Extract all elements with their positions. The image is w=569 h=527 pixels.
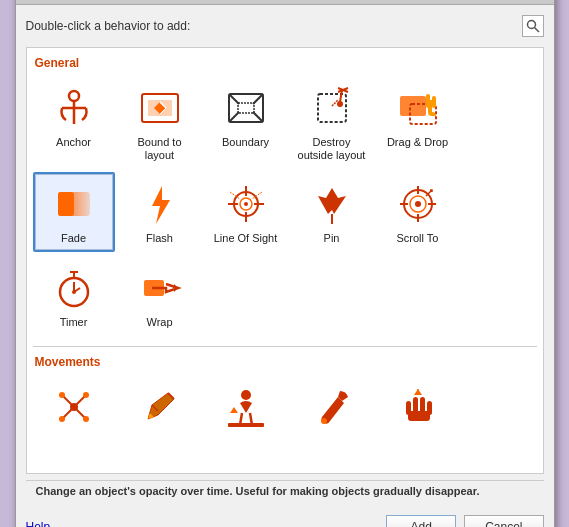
behavior-item-line-of-sight[interactable]: Line Of Sight — [205, 172, 287, 252]
svg-point-18 — [337, 101, 343, 107]
behavior-item-destroy-outside-layout[interactable]: Destroy outside layout — [291, 76, 373, 168]
search-label: Double-click a behavior to add: — [26, 19, 191, 33]
behavior-item-fade[interactable]: Fade — [33, 172, 115, 252]
svg-point-58 — [83, 392, 89, 398]
scroll-container[interactable]: General Anchor — [27, 48, 543, 473]
help-link[interactable]: Help — [26, 520, 51, 527]
bound-to-layout-label: Bound to layout — [125, 136, 195, 162]
boundary-label: Boundary — [222, 136, 269, 149]
anchor-icon-area — [50, 84, 98, 132]
movements-4-icon-area — [308, 383, 356, 431]
svg-rect-13 — [238, 103, 254, 113]
fade-label: Fade — [61, 232, 86, 245]
svg-point-49 — [72, 290, 76, 294]
hand-icon — [396, 385, 440, 429]
bound-to-layout-icon-area — [136, 84, 184, 132]
section-movements-label: Movements — [33, 355, 537, 369]
wrap-icon — [138, 266, 182, 310]
svg-rect-23 — [432, 96, 436, 108]
behavior-item-movements-1[interactable] — [33, 375, 115, 455]
movements-1-icon-area — [50, 383, 98, 431]
wrap-icon-area — [136, 264, 184, 312]
section-general-label: General — [33, 56, 537, 70]
svg-rect-63 — [228, 423, 264, 427]
behavior-item-flash[interactable]: Flash — [119, 172, 201, 252]
behavior-item-movements-2[interactable] — [119, 375, 201, 455]
dialog-body: Double-click a behavior to add: General — [16, 5, 554, 507]
svg-rect-20 — [400, 96, 426, 116]
footer-buttons: Add Cancel — [386, 515, 543, 527]
line-of-sight-label: Line Of Sight — [214, 232, 278, 245]
behavior-item-boundary[interactable]: Boundary — [205, 76, 287, 168]
add-button[interactable]: Add — [386, 515, 456, 527]
drag-drop-label: Drag & Drop — [387, 136, 448, 149]
svg-point-57 — [59, 392, 65, 398]
svg-line-1 — [534, 27, 539, 32]
cancel-button[interactable]: Cancel — [464, 515, 543, 527]
drag-drop-icon-area — [394, 84, 442, 132]
movements-items-grid — [33, 375, 537, 455]
scroll-to-icon-area — [394, 180, 442, 228]
behavior-item-timer[interactable]: Timer — [33, 256, 115, 336]
destroy-outside-layout-icon — [310, 86, 354, 130]
search-button[interactable] — [522, 15, 544, 37]
movements-5-icon-area — [394, 383, 442, 431]
scroll-to-label: Scroll To — [397, 232, 439, 245]
pin-label: Pin — [324, 232, 340, 245]
destroy-outside-layout-icon-area — [308, 84, 356, 132]
content-area: General Anchor — [26, 47, 544, 474]
timer-icon — [52, 266, 96, 310]
behavior-item-movements-5[interactable] — [377, 375, 459, 455]
destroy-outside-layout-label: Destroy outside layout — [297, 136, 367, 162]
behavior-item-movements-4[interactable] — [291, 375, 373, 455]
search-icon — [526, 19, 540, 33]
behavior-item-drag-drop[interactable]: Drag & Drop — [377, 76, 459, 168]
svg-marker-26 — [152, 186, 170, 224]
behavior-item-bound-to-layout[interactable]: Bound to layout — [119, 76, 201, 168]
svg-rect-14 — [318, 94, 346, 122]
drag-drop-icon — [396, 86, 440, 130]
pin-icon — [310, 182, 354, 226]
scatter-icon — [52, 385, 96, 429]
status-bar: Change an object's opacity over time. Us… — [26, 480, 544, 501]
anchor-label: Anchor — [56, 136, 91, 149]
svg-point-59 — [59, 416, 65, 422]
add-behavior-dialog: Add behavior Double-click a behavior to … — [15, 0, 555, 527]
svg-point-0 — [527, 20, 535, 28]
svg-point-33 — [244, 202, 248, 206]
svg-marker-51 — [174, 284, 178, 292]
svg-point-2 — [69, 91, 79, 101]
behavior-item-wrap[interactable]: Wrap — [119, 256, 201, 336]
timer-icon-area — [50, 264, 98, 312]
behavior-item-pin[interactable]: Pin — [291, 172, 373, 252]
flash-label: Flash — [146, 232, 173, 245]
flash-icon — [138, 182, 182, 226]
platform-icon — [224, 385, 268, 429]
general-items-grid: Anchor Bound — [33, 76, 537, 336]
wrap-label: Wrap — [146, 316, 172, 329]
svg-rect-22 — [426, 94, 430, 108]
wrench-icon — [310, 385, 354, 429]
anchor-icon — [52, 86, 96, 130]
behavior-item-scroll-to[interactable]: Scroll To — [377, 172, 459, 252]
svg-point-60 — [83, 416, 89, 422]
fade-icon — [52, 182, 96, 226]
pin-icon-area — [308, 180, 356, 228]
behavior-item-movements-3[interactable] — [205, 375, 287, 455]
svg-rect-69 — [408, 411, 430, 421]
flash-icon-area — [136, 180, 184, 228]
svg-line-11 — [229, 112, 239, 122]
scroll-to-icon — [396, 182, 440, 226]
svg-rect-25 — [58, 192, 74, 216]
boundary-icon — [224, 86, 268, 130]
section-divider — [33, 346, 537, 347]
svg-point-39 — [415, 201, 421, 207]
status-text: Change an object's opacity over time. Us… — [36, 485, 480, 497]
boundary-icon-area — [222, 84, 270, 132]
footer: Help Add Cancel — [16, 507, 554, 527]
movements-3-icon-area — [222, 383, 270, 431]
line-of-sight-icon — [224, 182, 268, 226]
svg-line-12 — [253, 112, 263, 122]
behavior-item-anchor[interactable]: Anchor — [33, 76, 115, 168]
timer-label: Timer — [60, 316, 88, 329]
